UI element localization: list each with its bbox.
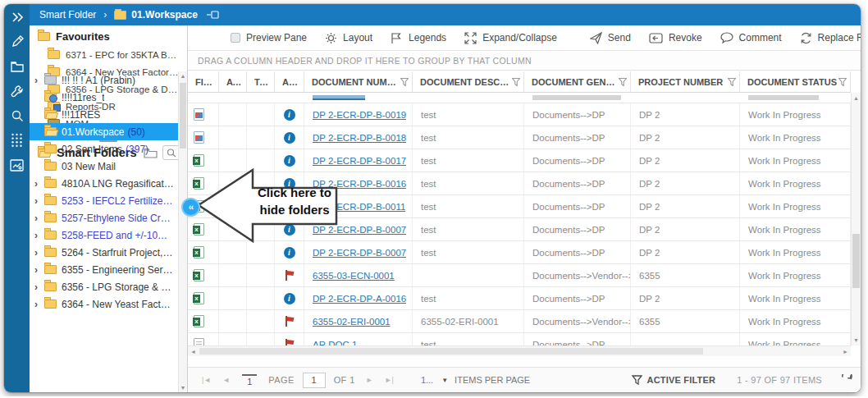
document-number-link[interactable]: DP 2-ECR-DP-B-0018: [313, 133, 406, 143]
legends-button[interactable]: Legends: [391, 32, 446, 44]
apps-icon[interactable]: [4, 129, 30, 152]
smart-folder-item[interactable]: › 6356 - LPG Storage & Despatch F...: [30, 278, 178, 295]
hide-folders-button[interactable]: ‹‹: [181, 198, 200, 217]
flag-icon[interactable]: [285, 339, 295, 345]
admin-tools-icon[interactable]: [4, 80, 30, 103]
page-input[interactable]: [303, 373, 326, 388]
expand-arrow-icon[interactable]: ›: [34, 213, 44, 224]
revoke-button[interactable]: Revoke: [649, 32, 702, 43]
column-header[interactable]: DOCUMENT STATUS: [740, 71, 851, 92]
filter-icon[interactable]: [400, 78, 409, 86]
info-icon[interactable]: [284, 109, 295, 121]
preview-pane-toggle[interactable]: Preview Pane: [231, 32, 307, 43]
expand-arrow-icon[interactable]: ›: [34, 264, 44, 276]
edit-icon[interactable]: [4, 30, 30, 53]
document-number-link[interactable]: 6355-03-ECN-0001: [313, 271, 395, 281]
scroll-right-icon[interactable]: ►: [843, 349, 848, 355]
favourite-item[interactable]: 6371 - EPC for 35KTA Butyl Phenol Pl...: [38, 46, 180, 63]
next-page-button[interactable]: ►: [366, 376, 373, 384]
expand-arrow-icon[interactable]: ›: [34, 299, 44, 310]
table-row[interactable]: DP 2-ECR-DP-A-0016 test Documents-->DP D…: [188, 287, 851, 310]
folder-icon: [44, 179, 57, 188]
folders-icon[interactable]: [4, 55, 30, 78]
column-header[interactable]: TAS...: [247, 71, 275, 92]
document-description-cell: 6355-02-ERI-0001: [413, 310, 524, 332]
column-header[interactable]: DOCUMENT NUMBER: [304, 71, 413, 92]
filter-icon[interactable]: [838, 78, 847, 86]
table-row[interactable]: DP 2-ECR-DP-B-0018 test Documents-->DP D…: [188, 126, 851, 149]
expand-collapse-button[interactable]: Expand/Collapse: [464, 32, 557, 44]
pin-panel-icon[interactable]: [206, 11, 219, 19]
smart-folder-item[interactable]: › !!!!11res_t: [30, 89, 178, 106]
document-number-link[interactable]: DP 2-ECR-DP-A-0016: [313, 294, 406, 304]
active-filter-button[interactable]: ACTIVE FILTER: [632, 375, 716, 386]
sidebar-scrollbar[interactable]: ▲ ▼: [178, 71, 187, 392]
info-icon[interactable]: [284, 293, 295, 304]
flag-icon[interactable]: [285, 316, 295, 327]
smart-folder-item[interactable]: › !!!11RES: [30, 106, 178, 123]
search-icon[interactable]: [4, 104, 30, 127]
scroll-left-icon[interactable]: ◄: [190, 349, 196, 355]
smart-folder-item[interactable]: › 5257-Ethylene Side Cracker & Rev...: [30, 209, 178, 226]
filter-icon[interactable]: [512, 78, 520, 86]
scrollbar-thumb[interactable]: [852, 234, 860, 288]
flag-icon[interactable]: [285, 270, 295, 281]
first-page-button[interactable]: |◄: [202, 376, 211, 384]
flag-icon: [391, 32, 403, 44]
column-header[interactable]: ACT...: [275, 71, 304, 92]
scroll-up-icon[interactable]: ▲: [179, 71, 187, 79]
column-header[interactable]: PROJECT NUMBER: [631, 71, 740, 92]
expand-arrow-icon[interactable]: ›: [34, 281, 44, 293]
scrollbar-thumb[interactable]: [180, 83, 186, 149]
expand-arrow-icon[interactable]: ›: [34, 247, 44, 258]
prev-page-button[interactable]: ◄: [222, 376, 230, 384]
smart-folder-item[interactable]: › 5258-FEED and +/-10% Cost Esti...: [30, 226, 178, 244]
replace-ref-button[interactable]: Replace Ref.: [800, 32, 861, 44]
filter-icon[interactable]: [619, 78, 627, 86]
document-number-link[interactable]: 6355-02-ERI-0001: [313, 317, 391, 327]
column-header[interactable]: ATT...: [219, 71, 247, 92]
smart-folder-item[interactable]: › 5253 - IEFCL2 Fertilizer Project: [30, 192, 178, 209]
table-row[interactable]: DP 2-ECR-DP-B-0019 test Documents-->DP D…: [188, 103, 851, 126]
items-per-page-select[interactable]: 1... ▼ ITEMS PER PAGE: [421, 375, 530, 385]
table-row[interactable]: 6355-02-ERI-0001 6355-02-ERI-0001 Docume…: [188, 310, 851, 333]
document-number-link[interactable]: DP 2-ECR-DP-B-0019: [313, 110, 406, 120]
layout-button[interactable]: Layout: [325, 32, 372, 44]
scroll-down-icon[interactable]: ▼: [179, 385, 187, 391]
scrollbar-thumb[interactable]: [199, 348, 703, 355]
reports-icon[interactable]: [4, 153, 30, 176]
smart-folder-item[interactable]: › 6364 - New Yeast Factory Project: [30, 295, 178, 313]
filter-icon[interactable]: [728, 78, 736, 86]
table-row[interactable]: AR DOC 1 test Documents-->DP Work In Pro…: [188, 333, 851, 345]
preview-pane-checkbox[interactable]: [231, 33, 240, 43]
comment-button[interactable]: Comment: [720, 32, 782, 43]
expand-panel-icon[interactable]: [4, 6, 30, 29]
column-header[interactable]: DOCUMENT GENEAL...: [524, 71, 631, 92]
scroll-up-icon[interactable]: ▲: [852, 93, 861, 101]
scroll-down-icon[interactable]: ▼: [852, 337, 861, 343]
vertical-scrollbar[interactable]: ▲ ▼: [851, 93, 861, 345]
send-button[interactable]: Send: [590, 32, 631, 44]
breadcrumb-root[interactable]: Smart Folder: [39, 9, 96, 21]
smart-folder-item[interactable]: › !!! !! ! A1 (Prabin): [30, 71, 178, 89]
document-number-link[interactable]: AR DOC 1: [313, 340, 357, 346]
smart-folder-item[interactable]: › 02.Sent Items (397): [30, 140, 178, 158]
smart-folder-item[interactable]: › 6355 - Engineering Services for Bu...: [30, 261, 178, 278]
expand-arrow-icon[interactable]: ›: [34, 75, 44, 86]
smart-folder-item[interactable]: › 4810A LNG Regasification Facilitie...: [30, 175, 178, 192]
smart-folder-item[interactable]: › 03 New Mail: [30, 158, 178, 175]
refresh-button[interactable]: [840, 374, 852, 387]
last-page-button[interactable]: ►|: [385, 376, 394, 384]
column-header[interactable]: DOCUMENT DESCRIP...: [413, 71, 524, 92]
horizontal-scrollbar[interactable]: ◄ ►: [188, 345, 851, 356]
table-row[interactable]: 6355-03-ECN-0001 Documents-->Vendor-->03…: [188, 264, 851, 287]
expand-arrow-icon[interactable]: ›: [34, 195, 44, 207]
current-page-number[interactable]: 1: [242, 374, 257, 387]
column-header[interactable]: FILE...: [188, 71, 219, 92]
smart-folder-item[interactable]: › 5264 - Starfruit Project, Kuantan, ...: [30, 244, 178, 261]
group-by-bar[interactable]: DRAG A COLUMN HEADER AND DROP IT HERE TO…: [188, 51, 861, 71]
smart-folder-item[interactable]: › 01.Workspace (50): [30, 123, 178, 140]
info-icon[interactable]: [284, 132, 295, 144]
expand-arrow-icon[interactable]: ›: [34, 230, 44, 241]
expand-arrow-icon[interactable]: ›: [34, 178, 44, 190]
